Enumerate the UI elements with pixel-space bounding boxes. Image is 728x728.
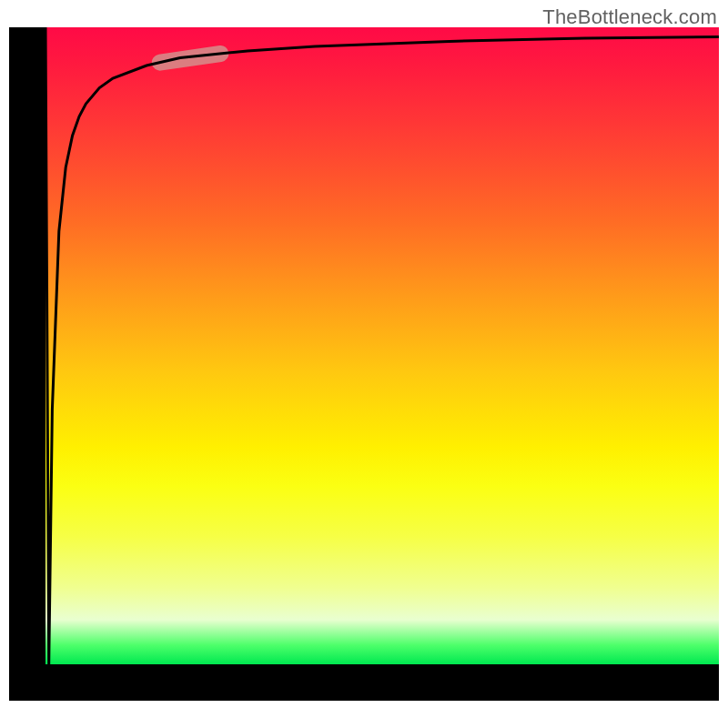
bottleneck-curve: [46, 27, 719, 664]
curve-svg: [46, 27, 719, 664]
attribution-label: TheBottleneck.com: [542, 5, 717, 29]
chart-container: TheBottleneck.com: [0, 0, 728, 728]
plot-frame: [9, 27, 719, 701]
plot-area: [46, 27, 719, 664]
